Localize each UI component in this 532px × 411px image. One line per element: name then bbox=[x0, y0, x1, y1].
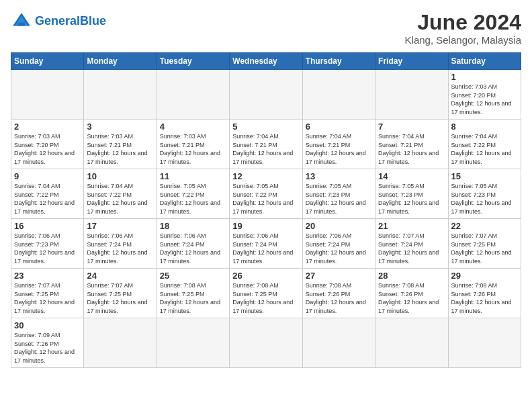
calendar-cell bbox=[302, 70, 375, 120]
calendar-cell bbox=[84, 70, 157, 120]
day-info: Sunrise: 7:04 AM Sunset: 7:22 PM Dayligh… bbox=[87, 182, 153, 216]
day-info: Sunrise: 7:04 AM Sunset: 7:21 PM Dayligh… bbox=[306, 132, 372, 166]
title-block: June 2024 Klang, Selangor, Malaysia bbox=[405, 11, 521, 46]
day-number: 21 bbox=[378, 221, 445, 231]
calendar-cell: 4Sunrise: 7:03 AM Sunset: 7:21 PM Daylig… bbox=[157, 120, 229, 169]
calendar-cell: 26Sunrise: 7:08 AM Sunset: 7:25 PM Dayli… bbox=[230, 269, 302, 318]
day-number: 11 bbox=[160, 171, 226, 181]
calendar-cell: 27Sunrise: 7:08 AM Sunset: 7:26 PM Dayli… bbox=[302, 269, 375, 318]
day-info: Sunrise: 7:03 AM Sunset: 7:20 PM Dayligh… bbox=[14, 132, 81, 166]
calendar-cell bbox=[11, 70, 84, 120]
day-info: Sunrise: 7:09 AM Sunset: 7:26 PM Dayligh… bbox=[14, 331, 81, 365]
day-info: Sunrise: 7:03 AM Sunset: 7:21 PM Dayligh… bbox=[87, 132, 153, 166]
logo-icon bbox=[11, 11, 32, 32]
day-number: 19 bbox=[232, 221, 299, 231]
day-info: Sunrise: 7:04 AM Sunset: 7:22 PM Dayligh… bbox=[14, 182, 81, 216]
day-info: Sunrise: 7:05 AM Sunset: 7:23 PM Dayligh… bbox=[378, 182, 445, 216]
day-info: Sunrise: 7:04 AM Sunset: 7:22 PM Dayligh… bbox=[451, 132, 518, 166]
day-number: 5 bbox=[232, 122, 299, 132]
day-number: 13 bbox=[306, 171, 372, 181]
header-tuesday: Tuesday bbox=[157, 53, 229, 70]
day-info: Sunrise: 7:07 AM Sunset: 7:25 PM Dayligh… bbox=[451, 232, 518, 265]
day-number: 6 bbox=[306, 122, 372, 132]
day-info: Sunrise: 7:03 AM Sunset: 7:21 PM Dayligh… bbox=[160, 132, 226, 166]
weekday-header-row: Sunday Monday Tuesday Wednesday Thursday… bbox=[11, 53, 521, 70]
header-friday: Friday bbox=[375, 53, 448, 70]
header-thursday: Thursday bbox=[302, 53, 375, 70]
header-monday: Monday bbox=[84, 53, 157, 70]
calendar-cell: 5Sunrise: 7:04 AM Sunset: 7:21 PM Daylig… bbox=[230, 120, 302, 169]
calendar-table: Sunday Monday Tuesday Wednesday Thursday… bbox=[11, 52, 521, 367]
day-info: Sunrise: 7:08 AM Sunset: 7:25 PM Dayligh… bbox=[160, 281, 226, 315]
day-info: Sunrise: 7:06 AM Sunset: 7:24 PM Dayligh… bbox=[232, 232, 299, 265]
calendar-cell: 7Sunrise: 7:04 AM Sunset: 7:21 PM Daylig… bbox=[375, 120, 448, 169]
day-number: 1 bbox=[451, 72, 518, 82]
calendar-cell bbox=[302, 318, 375, 367]
calendar-cell: 6Sunrise: 7:04 AM Sunset: 7:21 PM Daylig… bbox=[302, 120, 375, 169]
day-number: 27 bbox=[306, 271, 372, 281]
day-number: 7 bbox=[378, 122, 445, 132]
calendar-cell: 18Sunrise: 7:06 AM Sunset: 7:24 PM Dayli… bbox=[157, 219, 229, 269]
logo-general: General bbox=[35, 14, 80, 28]
calendar-page: GeneralBlue June 2024 Klang, Selangor, M… bbox=[0, 0, 532, 373]
day-info: Sunrise: 7:08 AM Sunset: 7:26 PM Dayligh… bbox=[306, 281, 372, 315]
header: GeneralBlue June 2024 Klang, Selangor, M… bbox=[11, 11, 521, 46]
day-info: Sunrise: 7:08 AM Sunset: 7:26 PM Dayligh… bbox=[451, 281, 518, 315]
day-number: 20 bbox=[306, 221, 372, 231]
day-info: Sunrise: 7:05 AM Sunset: 7:23 PM Dayligh… bbox=[451, 182, 518, 216]
day-info: Sunrise: 7:08 AM Sunset: 7:26 PM Dayligh… bbox=[378, 281, 445, 315]
calendar-cell: 25Sunrise: 7:08 AM Sunset: 7:25 PM Dayli… bbox=[157, 269, 229, 318]
day-number: 9 bbox=[14, 171, 81, 181]
calendar-cell: 12Sunrise: 7:05 AM Sunset: 7:22 PM Dayli… bbox=[230, 169, 302, 219]
calendar-cell: 16Sunrise: 7:06 AM Sunset: 7:23 PM Dayli… bbox=[11, 219, 84, 269]
day-number: 29 bbox=[451, 271, 518, 281]
day-number: 3 bbox=[87, 122, 153, 132]
calendar-cell: 20Sunrise: 7:06 AM Sunset: 7:24 PM Dayli… bbox=[302, 219, 375, 269]
day-info: Sunrise: 7:06 AM Sunset: 7:24 PM Dayligh… bbox=[306, 232, 372, 265]
calendar-cell: 13Sunrise: 7:05 AM Sunset: 7:23 PM Dayli… bbox=[302, 169, 375, 219]
day-info: Sunrise: 7:06 AM Sunset: 7:24 PM Dayligh… bbox=[87, 232, 153, 265]
day-number: 15 bbox=[451, 171, 518, 181]
day-info: Sunrise: 7:08 AM Sunset: 7:25 PM Dayligh… bbox=[232, 281, 299, 315]
day-info: Sunrise: 7:04 AM Sunset: 7:21 PM Dayligh… bbox=[232, 132, 299, 166]
calendar-cell: 1Sunrise: 7:03 AM Sunset: 7:20 PM Daylig… bbox=[448, 70, 521, 120]
day-info: Sunrise: 7:05 AM Sunset: 7:23 PM Dayligh… bbox=[306, 182, 372, 216]
day-number: 30 bbox=[14, 320, 81, 330]
calendar-cell: 23Sunrise: 7:07 AM Sunset: 7:25 PM Dayli… bbox=[11, 269, 84, 318]
calendar-cell: 11Sunrise: 7:05 AM Sunset: 7:22 PM Dayli… bbox=[157, 169, 229, 219]
day-number: 26 bbox=[232, 271, 299, 281]
day-number: 22 bbox=[451, 221, 518, 231]
day-info: Sunrise: 7:07 AM Sunset: 7:24 PM Dayligh… bbox=[378, 232, 445, 265]
day-number: 10 bbox=[87, 171, 153, 181]
day-info: Sunrise: 7:04 AM Sunset: 7:21 PM Dayligh… bbox=[378, 132, 445, 166]
logo: GeneralBlue bbox=[11, 11, 106, 32]
calendar-cell: 15Sunrise: 7:05 AM Sunset: 7:23 PM Dayli… bbox=[448, 169, 521, 219]
day-number: 8 bbox=[451, 122, 518, 132]
calendar-cell: 17Sunrise: 7:06 AM Sunset: 7:24 PM Dayli… bbox=[84, 219, 157, 269]
day-info: Sunrise: 7:06 AM Sunset: 7:23 PM Dayligh… bbox=[14, 232, 81, 265]
day-number: 18 bbox=[160, 221, 226, 231]
logo-blue: Blue bbox=[80, 14, 106, 28]
day-info: Sunrise: 7:05 AM Sunset: 7:22 PM Dayligh… bbox=[232, 182, 299, 216]
header-wednesday: Wednesday bbox=[230, 53, 302, 70]
calendar-cell: 29Sunrise: 7:08 AM Sunset: 7:26 PM Dayli… bbox=[448, 269, 521, 318]
day-number: 4 bbox=[160, 122, 226, 132]
day-number: 28 bbox=[378, 271, 445, 281]
calendar-cell: 2Sunrise: 7:03 AM Sunset: 7:20 PM Daylig… bbox=[11, 120, 84, 169]
calendar-cell bbox=[157, 318, 229, 367]
day-info: Sunrise: 7:05 AM Sunset: 7:22 PM Dayligh… bbox=[160, 182, 226, 216]
day-info: Sunrise: 7:06 AM Sunset: 7:24 PM Dayligh… bbox=[160, 232, 226, 265]
calendar-cell bbox=[375, 70, 448, 120]
calendar-cell bbox=[84, 318, 157, 367]
calendar-cell: 28Sunrise: 7:08 AM Sunset: 7:26 PM Dayli… bbox=[375, 269, 448, 318]
calendar-cell bbox=[230, 318, 302, 367]
day-number: 25 bbox=[160, 271, 226, 281]
day-number: 24 bbox=[87, 271, 153, 281]
calendar-cell: 10Sunrise: 7:04 AM Sunset: 7:22 PM Dayli… bbox=[84, 169, 157, 219]
calendar-cell: 19Sunrise: 7:06 AM Sunset: 7:24 PM Dayli… bbox=[230, 219, 302, 269]
svg-rect-2 bbox=[18, 23, 25, 26]
logo-text: GeneralBlue bbox=[35, 15, 106, 28]
calendar-cell: 3Sunrise: 7:03 AM Sunset: 7:21 PM Daylig… bbox=[84, 120, 157, 169]
day-info: Sunrise: 7:03 AM Sunset: 7:20 PM Dayligh… bbox=[451, 83, 518, 116]
day-number: 14 bbox=[378, 171, 445, 181]
